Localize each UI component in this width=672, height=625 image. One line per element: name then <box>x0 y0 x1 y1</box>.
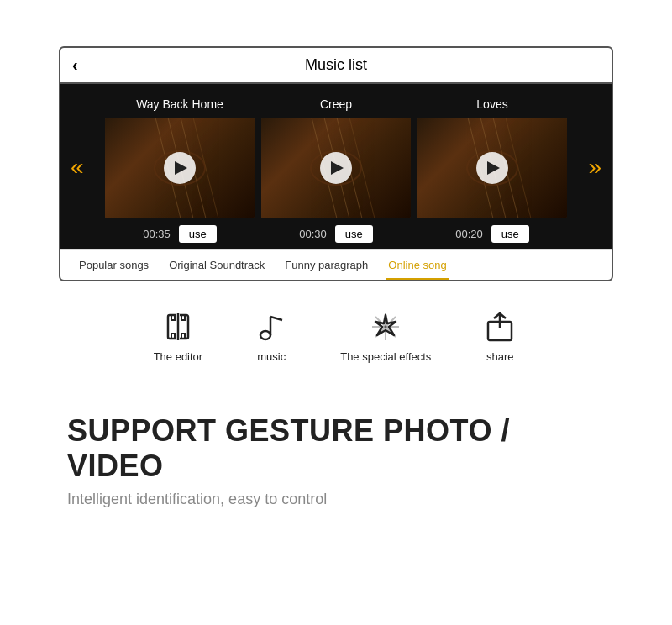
svg-rect-19 <box>181 334 185 339</box>
carousel-area: « Way Back Home <box>60 84 612 249</box>
tabs-area: Popular songs Original Soundtrack Funny … <box>60 249 612 280</box>
music-icon <box>253 308 290 345</box>
svg-rect-16 <box>171 315 175 320</box>
play-button-1[interactable] <box>164 152 196 184</box>
song-thumbnail <box>417 118 567 218</box>
tools-row: The editor music <box>154 308 519 363</box>
effects-label: The special effects <box>340 350 431 363</box>
use-button-2[interactable]: use <box>335 225 373 243</box>
editor-tool[interactable]: The editor <box>154 308 203 363</box>
arrow-right-icon[interactable]: » <box>581 147 608 187</box>
song-duration-3: 00:20 <box>455 228 483 240</box>
song-name: Way Back Home <box>136 97 223 111</box>
song-controls-2: 00:30 use <box>261 225 411 243</box>
headline: SUPPORT GESTURE PHOTO / VIDEO <box>67 413 613 484</box>
bottom-text-section: SUPPORT GESTURE PHOTO / VIDEO Intelligen… <box>59 413 613 508</box>
songs-container: Way Back Home <box>105 97 567 243</box>
effects-tool[interactable]: The special effects <box>340 308 431 363</box>
svg-point-22 <box>260 331 270 339</box>
song-name: Creep <box>320 97 352 111</box>
use-button-1[interactable]: use <box>179 225 217 243</box>
song-item: Loves <box>417 97 567 243</box>
music-tool[interactable]: music <box>253 308 290 363</box>
song-controls-3: 00:20 use <box>417 225 567 243</box>
song-controls-1: 00:35 use <box>105 225 255 243</box>
play-button-2[interactable] <box>320 152 352 184</box>
back-button[interactable]: ‹ <box>72 55 78 75</box>
share-tool[interactable]: share <box>481 308 518 363</box>
play-icon-2 <box>331 161 344 175</box>
svg-rect-17 <box>171 334 175 339</box>
song-item: Way Back Home <box>105 97 255 243</box>
music-header: ‹ Music list <box>60 48 612 84</box>
editor-icon <box>160 308 197 345</box>
music-card: ‹ Music list « Way Back Home <box>59 46 613 281</box>
play-icon-3 <box>487 161 500 175</box>
song-thumbnail <box>105 118 255 218</box>
music-title: Music list <box>305 56 367 74</box>
play-button-3[interactable] <box>476 152 508 184</box>
play-icon-1 <box>175 161 187 175</box>
song-duration-2: 00:30 <box>299 228 327 240</box>
subline: Intelligent identification, easy to cont… <box>67 491 613 508</box>
music-label: music <box>257 350 286 363</box>
tab-online-song[interactable]: Online song <box>378 250 456 280</box>
share-icon <box>481 308 518 345</box>
tab-popular-songs[interactable]: Popular songs <box>69 250 159 280</box>
song-name: Loves <box>476 97 507 111</box>
editor-label: The editor <box>154 350 203 363</box>
use-button-3[interactable]: use <box>491 225 529 243</box>
page: ‹ Music list « Way Back Home <box>0 0 672 625</box>
arrow-left-icon[interactable]: « <box>64 147 91 187</box>
song-duration-1: 00:35 <box>143 228 171 240</box>
effects-icon <box>367 308 404 345</box>
song-item: Creep <box>261 97 411 243</box>
song-thumbnail <box>261 118 411 218</box>
svg-line-24 <box>270 317 282 320</box>
svg-rect-18 <box>181 315 185 320</box>
tab-original-soundtrack[interactable]: Original Soundtrack <box>159 250 275 280</box>
tab-funny-paragraph[interactable]: Funny paragraph <box>275 250 378 280</box>
share-label: share <box>486 350 514 363</box>
